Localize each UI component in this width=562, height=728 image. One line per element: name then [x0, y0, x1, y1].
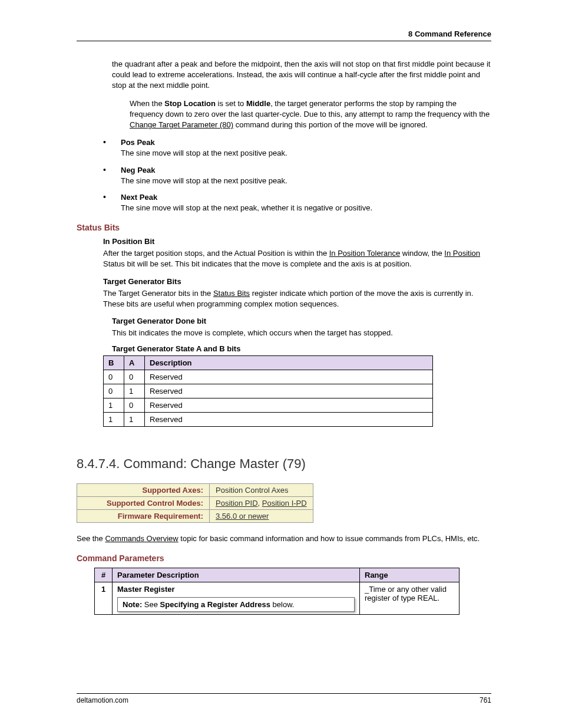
- text: is set to: [216, 99, 246, 108]
- cell: 0: [124, 398, 145, 413]
- header-title: 8 Command Reference: [408, 29, 491, 38]
- text: Position Control Axes: [216, 486, 289, 495]
- table-header-row: B A Description: [104, 356, 433, 370]
- table-row: 11Reserved: [104, 413, 433, 427]
- item-text: The sine move will stop at the next posi…: [121, 149, 287, 157]
- table-row: 10Reserved: [104, 398, 433, 413]
- bullet-icon: •: [103, 137, 121, 159]
- link-change-target-parameter[interactable]: Change Target Parameter (80): [130, 120, 233, 129]
- text: When the: [130, 99, 164, 108]
- text: window, the: [400, 249, 444, 258]
- cell-description: Master Register Note: See Specifying a R…: [113, 582, 360, 615]
- state-bits-table: B A Description 00Reserved 01Reserved 10…: [103, 355, 433, 427]
- bold-text: Stop Location: [164, 99, 216, 108]
- bullet-icon: •: [103, 165, 121, 186]
- list-item: • Next Peak The sine move will stop at t…: [103, 192, 491, 213]
- bold-text: Middle: [246, 99, 270, 108]
- item-text: The sine move will stop at the next peak…: [121, 203, 372, 212]
- cell: 0: [104, 384, 124, 398]
- link-position-pid[interactable]: Position PID: [216, 499, 258, 508]
- note-bold: Specifying a Register Address: [160, 600, 270, 609]
- text: The Target Generator bits in the: [103, 289, 213, 298]
- table-row: Firmware Requirement: 3.56.0 or newer: [77, 510, 313, 523]
- table-row: Supported Control Modes: Position PID, P…: [77, 497, 313, 510]
- item-title: Next Peak: [121, 192, 491, 203]
- table-row: 1 Master Register Note: See Specifying a…: [95, 582, 459, 615]
- target-generator-bits-text: The Target Generator bits in the Status …: [103, 288, 491, 309]
- support-info-table: Supported Axes: Position Control Axes Su…: [77, 483, 313, 523]
- section-heading: 8.4.7.4. Command: Change Master (79): [77, 456, 491, 472]
- value-control-modes: Position PID, Position I-PD: [210, 497, 313, 510]
- cell: Reserved: [145, 370, 433, 384]
- label-firmware: Firmware Requirement:: [77, 510, 210, 523]
- list-item: • Neg Peak The sine move will stop at th…: [103, 165, 491, 186]
- cell: 1: [104, 398, 124, 413]
- text: Status bit will be set. This bit indicat…: [103, 259, 412, 268]
- list-item: • Pos Peak The sine move will stop at th…: [103, 137, 491, 159]
- text: command during this portion of the move …: [233, 120, 428, 129]
- value-supported-axes: Position Control Axes: [210, 484, 313, 497]
- cell: 1: [124, 384, 145, 398]
- peak-options-list: • Pos Peak The sine move will stop at th…: [103, 137, 491, 213]
- col-range: Range: [360, 568, 459, 582]
- cell-range: _Time or any other valid register of typ…: [360, 582, 459, 615]
- tg-done-heading: Target Generator Done bit: [112, 317, 491, 325]
- status-bits-heading: Status Bits: [77, 223, 491, 232]
- link-status-bits[interactable]: Status Bits: [213, 289, 250, 298]
- footer-page-number: 761: [480, 696, 491, 704]
- cell: Reserved: [145, 413, 433, 427]
- page-header: 8 Command Reference: [77, 29, 491, 41]
- target-generator-bits-heading: Target Generator Bits: [103, 277, 491, 286]
- bullet-icon: •: [103, 192, 121, 213]
- link-firmware-version[interactable]: 3.56.0 or newer: [216, 512, 269, 521]
- link-commands-overview[interactable]: Commands Overview: [105, 534, 178, 543]
- text: See: [144, 600, 160, 609]
- footer-site: deltamotion.com: [77, 696, 128, 704]
- tg-state-heading: Target Generator State A and B bits: [112, 344, 491, 353]
- page-footer: deltamotion.com 761: [77, 693, 491, 704]
- command-parameters-table: # Parameter Description Range 1 Master R…: [94, 568, 459, 615]
- label-control-modes: Supported Control Modes:: [77, 497, 210, 510]
- table-header-row: # Parameter Description Range: [95, 568, 459, 582]
- commands-overview-text: See the Commands Overview topic for basi…: [77, 533, 491, 544]
- text: 1: [101, 585, 105, 594]
- col-parameter-description: Parameter Description: [113, 568, 360, 582]
- col-description: Description: [145, 356, 433, 370]
- param-title: Master Register: [117, 585, 175, 594]
- col-a: A: [124, 356, 145, 370]
- table-row: 01Reserved: [104, 384, 433, 398]
- cell: Reserved: [145, 398, 433, 413]
- item-text: The sine move will stop at the next posi…: [121, 176, 287, 185]
- text: See the: [77, 534, 105, 543]
- tg-done-text: This bit indicates the move is complete,…: [112, 328, 491, 338]
- stop-location-note: When the Stop Location is set to Middle,…: [130, 98, 491, 131]
- note-label: Note:: [123, 600, 144, 609]
- item-title: Pos Peak: [121, 137, 491, 148]
- in-position-bit-heading: In Position Bit: [103, 237, 491, 246]
- text: topic for basic command information and …: [178, 534, 480, 543]
- label-supported-axes: Supported Axes:: [77, 484, 210, 497]
- value-firmware: 3.56.0 or newer: [210, 510, 313, 523]
- text: ,: [258, 499, 262, 508]
- cell: 1: [104, 413, 124, 427]
- text: After the target position stops, and the…: [103, 249, 329, 258]
- cell-number: 1: [95, 582, 113, 615]
- cell: 0: [104, 370, 124, 384]
- col-number: #: [95, 568, 113, 582]
- cell: 1: [124, 413, 145, 427]
- item-title: Neg Peak: [121, 165, 491, 176]
- cell: 0: [124, 370, 145, 384]
- cell: Reserved: [145, 384, 433, 398]
- link-position-ipd[interactable]: Position I-PD: [262, 499, 307, 508]
- link-in-position[interactable]: In Position: [444, 249, 480, 258]
- table-row: Supported Axes: Position Control Axes: [77, 484, 313, 497]
- in-position-bit-text: After the target position stops, and the…: [103, 248, 491, 269]
- intro-paragraph: the quadrant after a peak and before the…: [112, 59, 491, 91]
- command-parameters-heading: Command Parameters: [77, 554, 491, 563]
- link-in-position-tolerance[interactable]: In Position Tolerance: [329, 249, 400, 258]
- col-b: B: [104, 356, 124, 370]
- table-row: 00Reserved: [104, 370, 433, 384]
- note-box: Note: See Specifying a Register Address …: [117, 597, 355, 612]
- text: below.: [270, 600, 294, 609]
